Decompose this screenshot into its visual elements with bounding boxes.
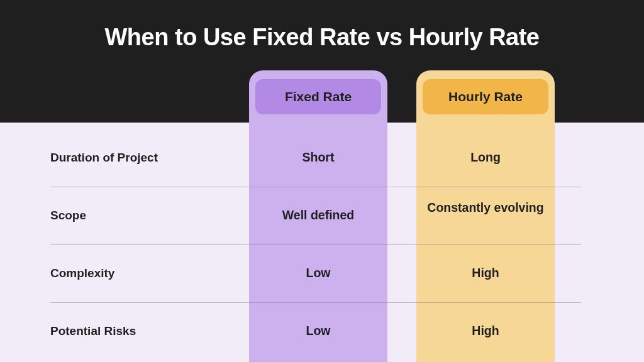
row-label-complexity: Complexity (50, 266, 249, 280)
cell-hourly-risks: High (416, 323, 555, 338)
row-label-scope: Scope (50, 209, 249, 222)
column-header-hourly: Hourly Rate (423, 79, 548, 114)
cell-fixed-complexity: Low (249, 265, 387, 280)
cell-hourly-duration: Long (416, 150, 555, 165)
row-label-risks: Potential Risks (50, 324, 249, 338)
page-title: When to Use Fixed Rate vs Hourly Rate (0, 24, 644, 51)
column-header-fixed: Fixed Rate (255, 79, 381, 114)
cell-fixed-duration: Short (249, 150, 387, 165)
cell-fixed-scope: Well defined (249, 207, 387, 222)
cell-hourly-scope: Constantly evolving (416, 200, 555, 215)
row-label-duration: Duration of Project (50, 151, 249, 165)
cell-fixed-risks: Low (249, 323, 387, 338)
cell-hourly-complexity: High (416, 265, 555, 280)
